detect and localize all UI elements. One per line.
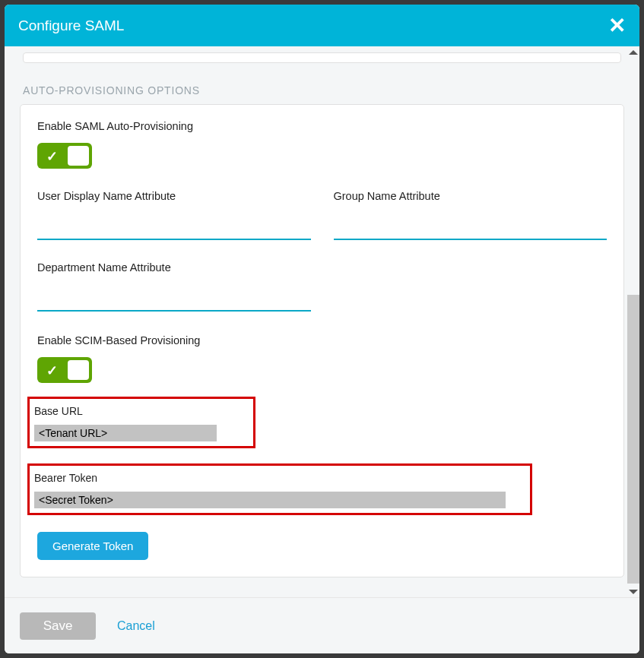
auto-provisioning-card: Enable SAML Auto-Provisioning ✓ User Dis… [20, 104, 624, 577]
group-name-input[interactable] [334, 216, 608, 240]
enable-scim-toggle[interactable]: ✓ [37, 357, 92, 383]
cancel-link[interactable]: Cancel [117, 619, 155, 633]
close-icon[interactable]: ✕ [608, 15, 626, 36]
generate-token-button[interactable]: Generate Token [37, 532, 148, 560]
base-url-field[interactable] [34, 425, 217, 441]
check-icon: ✓ [46, 148, 58, 165]
bearer-token-field[interactable] [34, 492, 506, 508]
enable-saml-toggle[interactable]: ✓ [37, 143, 92, 169]
department-label: Department Name Attribute [37, 261, 311, 274]
save-button[interactable]: Save [20, 612, 96, 640]
enable-scim-label: Enable SCIM-Based Provisioning [37, 334, 607, 346]
bearer-token-highlight: Bearer Token [27, 463, 532, 515]
toggle-knob [68, 146, 89, 166]
base-url-label: Base URL [34, 405, 246, 417]
configure-saml-modal: Configure SAML ✕ AUTO-PROVISIONING OPTIO… [5, 5, 639, 653]
modal-title: Configure SAML [18, 17, 124, 34]
user-display-label: User Display Name Attribute [37, 190, 311, 202]
group-name-label: Group Name Attribute [334, 190, 608, 202]
modal-footer: Save Cancel [5, 597, 639, 653]
user-display-input[interactable] [37, 216, 311, 240]
toggle-knob [68, 360, 89, 380]
modal-header: Configure SAML ✕ [5, 5, 639, 46]
modal-body: AUTO-PROVISIONING OPTIONS Enable SAML Au… [5, 46, 639, 597]
check-icon: ✓ [46, 362, 58, 379]
bearer-token-label: Bearer Token [34, 472, 522, 484]
section-title: AUTO-PROVISIONING OPTIONS [20, 84, 624, 96]
department-input[interactable] [37, 287, 311, 312]
base-url-highlight: Base URL [27, 397, 255, 448]
previous-section-card [23, 52, 621, 63]
enable-saml-label: Enable SAML Auto-Provisioning [37, 120, 607, 132]
